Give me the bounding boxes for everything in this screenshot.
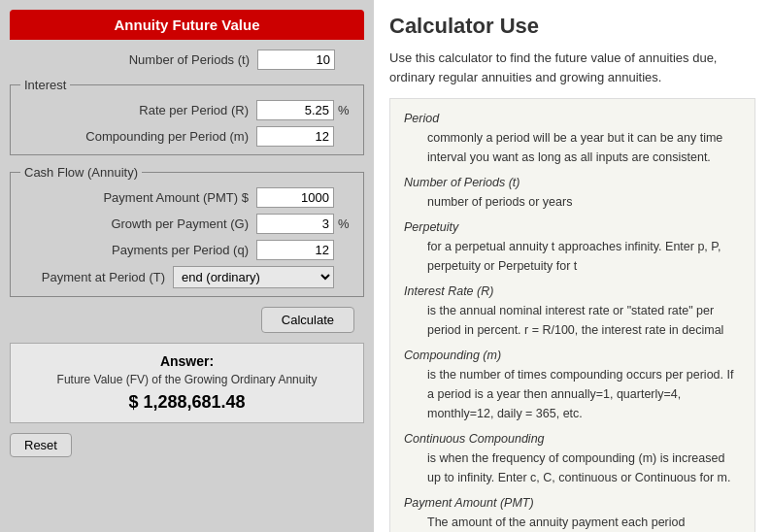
cashflow-legend: Cash Flow (Annuity) [20, 165, 142, 180]
right-panel-title: Calculator Use [389, 14, 755, 39]
compounding-row: Compounding per Period (m) [20, 126, 353, 147]
payment-label: Payment Amount (PMT) $ [103, 190, 249, 205]
period-select-spacer [338, 270, 353, 284]
answer-value: $ 1,288,681.48 [20, 392, 353, 413]
help-definition: for a perpetual annuity t approaches inf… [404, 237, 741, 276]
right-panel: Calculator Use Use this calculator to fi… [374, 0, 771, 532]
growth-input[interactable] [256, 214, 334, 234]
payment-at-period-label: Payment at Period (T) [42, 270, 165, 284]
compounding-unit-spacer [338, 129, 353, 144]
cashflow-fieldset: Cash Flow (Annuity) Payment Amount (PMT)… [10, 165, 364, 297]
interest-fieldset: Interest Rate per Period (R) % Compoundi… [10, 78, 364, 155]
rate-unit: % [338, 103, 353, 117]
periods-label: Number of Periods (t) [129, 52, 250, 67]
calculate-row: Calculate [10, 307, 364, 333]
help-definition: is the number of times compounding occur… [404, 365, 741, 423]
payments-per-period-row: Payments per Period (q) [20, 240, 353, 260]
payment-at-period-select[interactable]: end (ordinary) beginning (annuity due) [173, 266, 334, 288]
right-panel-intro: Use this calculator to find the future v… [389, 49, 755, 86]
rate-input[interactable] [256, 100, 334, 120]
rate-label: Rate per Period (R) [139, 103, 249, 117]
reset-button[interactable]: Reset [10, 433, 72, 457]
growth-row: Growth per Payment (G) % [20, 214, 353, 234]
help-term: Interest Rate (R) [404, 282, 741, 301]
help-definition: commonly a period will be a year but it … [404, 128, 741, 167]
compounding-input[interactable] [256, 126, 334, 147]
growth-unit: % [338, 216, 353, 231]
payments-per-period-label: Payments per Period (q) [112, 243, 249, 257]
interest-legend: Interest [20, 78, 70, 92]
payment-at-period-row: Payment at Period (T) end (ordinary) beg… [20, 266, 353, 288]
payments-per-period-input[interactable] [256, 240, 334, 260]
payment-input[interactable] [256, 187, 334, 208]
payments-per-period-unit-spacer [338, 243, 353, 257]
help-term: Number of Periods (t) [404, 173, 741, 192]
answer-description: Future Value (FV) of the Growing Ordinar… [20, 373, 353, 386]
help-term: Continuous Compounding [404, 429, 741, 449]
answer-box: Answer: Future Value (FV) of the Growing… [10, 343, 364, 423]
help-content: Periodcommonly a period will be a year b… [389, 98, 755, 532]
periods-row: Number of Periods (t) [10, 50, 364, 70]
payment-row: Payment Amount (PMT) $ [20, 187, 353, 208]
panel-title: Annuity Future Value [10, 10, 364, 40]
help-definition: is when the frequency of compounding (m)… [404, 449, 741, 487]
help-term: Period [404, 109, 741, 128]
periods-unit-spacer [339, 52, 354, 67]
answer-title: Answer: [20, 353, 353, 369]
help-definition: is the annual nominal interest rate or "… [404, 301, 741, 340]
help-definition: The amount of the annuity payment each p… [404, 513, 741, 532]
periods-input[interactable] [257, 50, 335, 70]
payment-unit-spacer [338, 190, 353, 205]
left-panel: Annuity Future Value Number of Periods (… [0, 0, 374, 532]
growth-label: Growth per Payment (G) [111, 216, 249, 231]
help-term: Compounding (m) [404, 346, 741, 365]
compounding-label: Compounding per Period (m) [85, 129, 249, 144]
calculate-button[interactable]: Calculate [261, 307, 354, 333]
help-definition: number of periods or years [404, 192, 741, 212]
help-term: Payment Amount (PMT) [404, 493, 741, 513]
help-term: Perpetuity [404, 217, 741, 237]
rate-row: Rate per Period (R) % [20, 100, 353, 120]
